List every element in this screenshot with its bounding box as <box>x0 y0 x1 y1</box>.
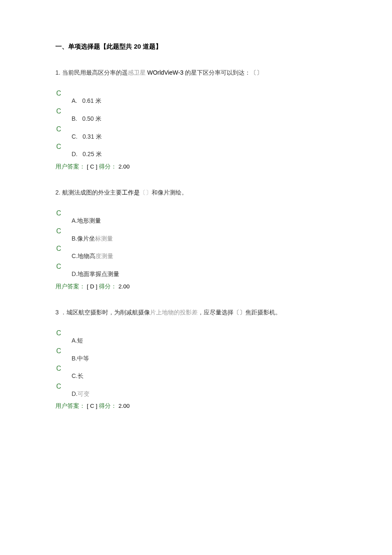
score-label: 得分： <box>99 283 117 290</box>
stem-muted2: 影差 <box>186 309 198 316</box>
option-text: D. 0.25 米 <box>69 142 102 159</box>
question-block: 3 ．城区航空摄影时，为削减航摄像片上地物的投影差，应尽量选择〔〕焦距摄影机。 … <box>55 308 337 410</box>
option-row: C B.中等 <box>56 347 337 363</box>
option-row: C A. 0.61 米 <box>56 89 337 105</box>
question-stem: 3 ．城区航空摄影时，为削减航摄像片上地物的投影差，应尽量选择〔〕焦距摄影机。 <box>55 308 337 317</box>
question-number: 3 <box>55 309 59 316</box>
score-value: 2.00 <box>118 403 130 409</box>
question-number: 1. <box>55 69 61 76</box>
option-text: C.地物高度测量 <box>69 244 113 261</box>
answer-value: [ C ] <box>87 403 98 409</box>
option-row: C A.地形测量 <box>56 209 337 225</box>
radio-marker[interactable]: C <box>56 382 69 390</box>
answer-line: 用户答案： [ D ] 得分： 2.00 <box>55 283 337 291</box>
score-value: 2.00 <box>118 283 130 290</box>
answer-label: 用户答案： <box>55 283 85 290</box>
option-row: C D. 0.25 米 <box>56 142 337 159</box>
radio-marker[interactable]: C <box>56 209 69 217</box>
option-text: B. 0.50 米 <box>69 107 101 123</box>
score-label: 得分： <box>99 403 117 409</box>
option-row: C A.短 <box>56 329 337 345</box>
section-title: 一、单项选择题【此题型共 20 道题】 <box>55 43 337 51</box>
option-row: C B. 0.50 米 <box>56 107 337 123</box>
option-text: D.地面掌握点测量 <box>69 262 119 279</box>
answer-value: [ D ] <box>87 283 98 290</box>
stem-muted: 感卫星 <box>128 69 146 76</box>
radio-marker[interactable]: C <box>56 107 69 115</box>
question-stem: 2. 航测法成图的外业主要工作是〔〕和像片测绘。 <box>55 188 337 197</box>
radio-marker[interactable]: C <box>56 262 69 270</box>
answer-line: 用户答案： [ C ] 得分： 2.00 <box>55 402 337 410</box>
question-block: 2. 航测法成图的外业主要工作是〔〕和像片测绘。 C A.地形测量 C B.像片… <box>55 188 337 291</box>
score-label: 得分： <box>99 163 117 170</box>
option-text: C. 0.31 米 <box>69 125 102 141</box>
stem-post: ，应尽量选择〔〕焦距摄影机。 <box>198 309 281 316</box>
radio-marker[interactable]: C <box>56 364 69 372</box>
option-text: A. 0.61 米 <box>69 89 101 105</box>
radio-marker[interactable]: C <box>56 89 69 97</box>
radio-marker[interactable]: C <box>56 227 69 235</box>
radio-marker[interactable]: C <box>56 347 69 355</box>
option-text: A.短 <box>69 329 83 345</box>
stem-text: ．城区航空摄影时，为削减航摄像 <box>61 309 150 316</box>
stem-text: 当前民用最高区分率的遥 <box>62 69 128 76</box>
question-block: 1. 当前民用最高区分率的遥感卫星 WOrldVieW-3 的星下区分率可以到达… <box>55 68 337 171</box>
option-row: C D.地面掌握点测量 <box>56 262 337 279</box>
option-row: C C. 0.31 米 <box>56 125 337 141</box>
question-stem: 1. 当前民用最高区分率的遥感卫星 WOrldVieW-3 的星下区分率可以到达… <box>55 68 337 77</box>
option-text: B.像片坐标测量 <box>69 227 113 243</box>
option-row: C C.长 <box>56 364 337 381</box>
option-row: C B.像片坐标测量 <box>56 227 337 243</box>
option-row: C C.地物高度测量 <box>56 244 337 261</box>
stem-dark: 工作是 <box>122 189 140 196</box>
radio-marker[interactable]: C <box>56 125 69 133</box>
radio-marker[interactable]: C <box>56 329 69 337</box>
answer-value: [ C ] <box>87 163 98 170</box>
answer-label: 用户答案： <box>55 403 85 409</box>
option-row: C D.可变 <box>56 382 337 398</box>
option-text: A.地形测量 <box>69 209 101 225</box>
answer-label: 用户答案： <box>55 163 85 170</box>
stem-link: WOrldVieW-3 <box>146 69 185 76</box>
option-text: D.可变 <box>69 382 89 398</box>
question-number: 2. <box>55 189 61 196</box>
stem-muted: 片上地物的投 <box>150 309 186 316</box>
stem-post: 和像片测绘。 <box>152 189 187 196</box>
stem-post: 的星下区分率可以到达：〔〕 <box>185 69 262 76</box>
score-value: 2.00 <box>118 163 130 170</box>
answer-line: 用户答案： [ C ] 得分： 2.00 <box>55 163 337 171</box>
option-text: B.中等 <box>69 347 89 363</box>
stem-text: 航测法成图的外业主要 <box>62 189 122 196</box>
radio-marker[interactable]: C <box>56 142 69 151</box>
option-text: C.长 <box>69 364 84 381</box>
radio-marker[interactable]: C <box>56 244 69 253</box>
stem-muted: 〔〕 <box>140 189 152 196</box>
